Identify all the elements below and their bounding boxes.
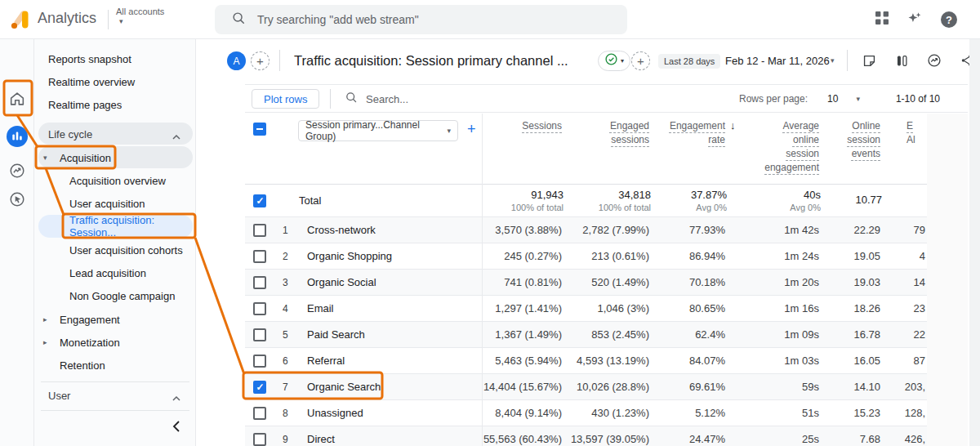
- nav-item-traffic-acquisition[interactable]: Traffic acquisition: Session...: [34, 215, 196, 238]
- cell-engagement-rate: 24.47%: [651, 433, 727, 445]
- column-header-engagement-rate[interactable]: Engagement rate: [662, 119, 725, 147]
- left-rail: ⚙: [0, 39, 34, 446]
- row-checkbox[interactable]: [253, 328, 266, 341]
- row-number: 1: [283, 225, 294, 236]
- nav-item-label: User acquisition cohorts: [69, 244, 183, 256]
- nav-item-realtime-overview[interactable]: Realtime overview: [34, 70, 196, 93]
- table-row: 2 Organic Shopping 245 (0.27%) 213 (0.61…: [245, 243, 968, 270]
- cell-events: 19.03: [821, 276, 882, 288]
- nav-item-label: Acquisition: [60, 152, 111, 164]
- column-header-sessions[interactable]: Sessions: [522, 119, 562, 133]
- row-checkbox[interactable]: [253, 224, 266, 237]
- row-number: 9: [283, 434, 294, 445]
- nav-item-retention[interactable]: Retention: [34, 354, 196, 377]
- nav-item-acquisition-overview[interactable]: Acquisition overview: [34, 169, 196, 192]
- column-header-online-session-events[interactable]: Online session events: [841, 119, 880, 161]
- collapse-nav-icon[interactable]: [172, 421, 180, 435]
- row-checkbox[interactable]: [253, 381, 266, 394]
- column-header-avg-engagement[interactable]: Average online session engagement: [760, 119, 819, 175]
- total-row-checkbox[interactable]: [253, 194, 266, 207]
- add-dimension-button[interactable]: +: [467, 121, 476, 138]
- google-analytics-app: Analytics All accounts ▾ Try searching "…: [0, 0, 980, 446]
- nav-section-user[interactable]: User: [34, 384, 196, 407]
- advertising-icon[interactable]: [0, 190, 34, 208]
- gemini-sparkle-icon[interactable]: [906, 10, 923, 29]
- divider: [108, 10, 109, 29]
- nav-item-user-acquisition-cohorts[interactable]: User acquisition cohorts: [34, 239, 196, 261]
- row-checkbox[interactable]: [253, 407, 266, 420]
- nav-item-label: Monetization: [60, 337, 120, 349]
- table-row: 7 Organic Search 14,404 (15.67%) 10,026 …: [245, 374, 968, 400]
- row-checkbox[interactable]: [253, 433, 266, 446]
- cell-engaged-sessions: 10,026 (28.8%): [564, 381, 651, 393]
- row-checkbox[interactable]: [253, 355, 266, 368]
- rows-per-page-value[interactable]: 10: [827, 93, 838, 105]
- dimension-selector-label: Session primary...Channel Group): [305, 119, 447, 142]
- sort-descending-icon[interactable]: ↓: [730, 119, 736, 132]
- help-icon[interactable]: ?: [941, 11, 957, 28]
- global-search-input[interactable]: Try searching "add web stream": [215, 5, 627, 34]
- account-selector[interactable]: All accounts ▾: [116, 7, 164, 25]
- dimension-selector[interactable]: Session primary...Channel Group) ▾: [298, 120, 458, 141]
- column-header-clipped[interactable]: E Al: [906, 119, 915, 147]
- cell-events: 22.29: [821, 224, 882, 236]
- reports-icon[interactable]: [0, 126, 34, 147]
- nav-item-realtime-pages[interactable]: Realtime pages: [34, 93, 196, 116]
- nav-item-label: Realtime overview: [48, 76, 135, 88]
- row-checkbox[interactable]: [253, 302, 266, 315]
- vertical-scrollbar[interactable]: [969, 39, 980, 446]
- table-header-row: Session primary...Channel Group) ▾ + Ses…: [245, 113, 968, 185]
- nav-item-lead-acquisition[interactable]: Lead acquisition: [34, 261, 196, 284]
- cell-events: 15.23: [821, 407, 882, 419]
- nav-item-acquisition[interactable]: ▾ Acquisition: [34, 146, 196, 169]
- column-header-engaged-sessions[interactable]: Engaged sessions: [604, 119, 649, 147]
- home-icon[interactable]: [0, 90, 34, 108]
- analytics-logo-icon[interactable]: [10, 9, 31, 33]
- row-checkbox[interactable]: [253, 276, 266, 289]
- select-all-checkbox[interactable]: [253, 123, 266, 136]
- nav-item-label: Traffic acquisition: Session...: [69, 214, 196, 239]
- table-search-input[interactable]: Search...: [345, 85, 408, 113]
- cell-avg-engagement: 1m 16s: [727, 302, 821, 314]
- nav-item-label: Retention: [60, 359, 105, 372]
- triangle-right-icon: ▸: [43, 315, 47, 323]
- cell-events: 19.05: [821, 250, 882, 262]
- cell-avg-engagement: 25s: [727, 433, 821, 445]
- cell-engagement-rate: 70.18%: [651, 276, 727, 288]
- comparison-chip[interactable]: ▾: [598, 51, 630, 71]
- nav-section-life-cycle[interactable]: Life cycle: [34, 123, 196, 145]
- avatar[interactable]: A: [227, 51, 246, 70]
- cell-engaged-sessions: 520 (1.49%): [564, 276, 651, 288]
- cell-engaged-sessions: 853 (2.45%): [564, 328, 651, 341]
- plot-rows-button[interactable]: Plot rows: [252, 89, 319, 109]
- insights-icon[interactable]: [924, 51, 944, 70]
- nav-section-label: User: [48, 390, 70, 402]
- divider: [330, 89, 331, 109]
- feedback-note-icon[interactable]: [859, 51, 879, 70]
- total-rate: 37.87%: [691, 189, 727, 201]
- add-report-button[interactable]: +: [251, 51, 270, 70]
- explore-icon[interactable]: [0, 162, 34, 180]
- table-total-row: Total 91,943100% of total 34,818100% of …: [245, 185, 968, 217]
- row-channel-label: Referral: [307, 355, 345, 367]
- cell-events: 16.78: [821, 328, 882, 341]
- nav-item-reports-snapshot[interactable]: Reports snapshot: [34, 47, 196, 70]
- compare-columns-icon[interactable]: [892, 51, 911, 70]
- nav-item-label: Realtime pages: [48, 99, 122, 111]
- nav-item-user-acquisition[interactable]: User acquisition: [34, 192, 196, 215]
- row-checkbox[interactable]: [253, 250, 266, 263]
- nav-item-non-google-campaign[interactable]: Non Google campaign: [34, 284, 196, 307]
- cell-sessions: 8,404 (9.14%): [482, 407, 564, 419]
- diagnostics-grid-icon[interactable]: [875, 11, 889, 28]
- table-row: 9 Direct 55,563 (60.43%) 13,597 (39.05%)…: [245, 426, 968, 446]
- row-channel-label: Organic Shopping: [307, 250, 392, 262]
- total-events: 10.77: [855, 194, 882, 206]
- total-engaged: 34,818: [618, 189, 651, 201]
- add-comparison-button[interactable]: +: [631, 51, 650, 70]
- chevron-down-icon: ▾: [831, 56, 835, 65]
- chevron-down-icon[interactable]: ▾: [856, 95, 860, 103]
- nav-item-engagement[interactable]: ▸ Engagement: [34, 308, 196, 331]
- product-name: Analytics: [38, 10, 96, 27]
- nav-item-monetization[interactable]: ▸ Monetization: [34, 331, 196, 354]
- date-range-selector[interactable]: Feb 12 - Mar 11, 2026: [725, 55, 830, 67]
